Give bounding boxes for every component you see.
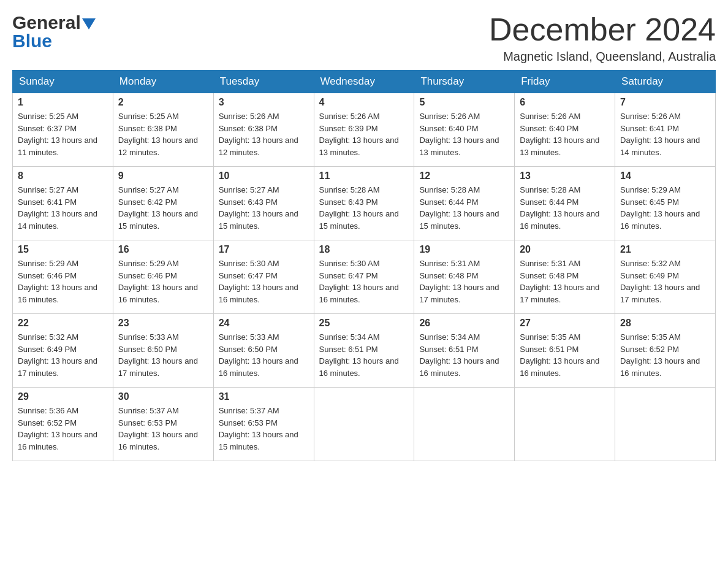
day-number: 13 [520, 170, 610, 182]
day-info: Sunrise: 5:31 AMSunset: 6:48 PMDaylight:… [419, 259, 499, 304]
day-number: 15 [18, 244, 108, 255]
day-number: 23 [118, 318, 208, 329]
day-info: Sunrise: 5:30 AMSunset: 6:47 PMDaylight:… [319, 259, 399, 304]
day-number: 28 [620, 318, 710, 329]
calendar-day-cell: 4 Sunrise: 5:26 AMSunset: 6:39 PMDayligh… [314, 93, 414, 167]
day-info: Sunrise: 5:27 AMSunset: 6:41 PMDaylight:… [18, 185, 97, 231]
day-info: Sunrise: 5:33 AMSunset: 6:50 PMDaylight:… [118, 332, 198, 378]
calendar-week-row: 8 Sunrise: 5:27 AMSunset: 6:41 PMDayligh… [13, 167, 716, 240]
logo-blue-text: Blue [12, 31, 52, 52]
day-number: 7 [620, 97, 710, 108]
calendar-day-cell [615, 388, 716, 461]
day-number: 11 [319, 170, 409, 182]
calendar-day-cell: 28 Sunrise: 5:35 AMSunset: 6:52 PMDaylig… [615, 314, 716, 388]
day-number: 18 [319, 244, 409, 255]
calendar-day-cell: 30 Sunrise: 5:37 AMSunset: 6:53 PMDaylig… [113, 388, 213, 461]
calendar-day-cell: 29 Sunrise: 5:36 AMSunset: 6:52 PMDaylig… [13, 388, 113, 461]
calendar-day-cell [314, 388, 414, 461]
day-info: Sunrise: 5:28 AMSunset: 6:44 PMDaylight:… [520, 185, 599, 231]
header-saturday: Saturday [615, 71, 716, 93]
calendar-day-cell: 26 Sunrise: 5:34 AMSunset: 6:51 PMDaylig… [414, 314, 515, 388]
day-number: 3 [219, 97, 309, 108]
calendar-day-cell: 13 Sunrise: 5:28 AMSunset: 6:44 PMDaylig… [515, 167, 615, 240]
day-info: Sunrise: 5:35 AMSunset: 6:52 PMDaylight:… [620, 332, 700, 378]
calendar-day-cell: 3 Sunrise: 5:26 AMSunset: 6:38 PMDayligh… [213, 93, 314, 167]
day-number: 27 [520, 318, 610, 329]
location-text: Magnetic Island, Queensland, Australia [489, 50, 716, 64]
calendar-table: Sunday Monday Tuesday Wednesday Thursday… [12, 70, 716, 461]
day-number: 2 [118, 97, 208, 108]
day-number: 25 [319, 318, 409, 329]
weekday-header-row: Sunday Monday Tuesday Wednesday Thursday… [13, 71, 716, 93]
day-info: Sunrise: 5:29 AMSunset: 6:46 PMDaylight:… [118, 259, 198, 304]
day-number: 16 [118, 244, 208, 255]
day-number: 10 [219, 170, 309, 182]
logo-general-text: General [12, 12, 81, 33]
day-number: 26 [419, 318, 509, 329]
calendar-day-cell: 19 Sunrise: 5:31 AMSunset: 6:48 PMDaylig… [414, 240, 515, 314]
calendar-day-cell: 16 Sunrise: 5:29 AMSunset: 6:46 PMDaylig… [113, 240, 213, 314]
calendar-day-cell: 22 Sunrise: 5:32 AMSunset: 6:49 PMDaylig… [13, 314, 113, 388]
day-info: Sunrise: 5:29 AMSunset: 6:46 PMDaylight:… [18, 259, 97, 304]
calendar-day-cell: 14 Sunrise: 5:29 AMSunset: 6:45 PMDaylig… [615, 167, 716, 240]
day-info: Sunrise: 5:37 AMSunset: 6:53 PMDaylight:… [219, 406, 298, 451]
calendar-day-cell: 18 Sunrise: 5:30 AMSunset: 6:47 PMDaylig… [314, 240, 414, 314]
calendar-day-cell: 17 Sunrise: 5:30 AMSunset: 6:47 PMDaylig… [213, 240, 314, 314]
calendar-day-cell: 2 Sunrise: 5:25 AMSunset: 6:38 PMDayligh… [113, 93, 213, 167]
calendar-day-cell: 31 Sunrise: 5:37 AMSunset: 6:53 PMDaylig… [213, 388, 314, 461]
page-header: General Blue December 2024 Magnetic Isla… [12, 12, 716, 64]
header-tuesday: Tuesday [213, 71, 314, 93]
day-number: 5 [419, 97, 509, 108]
calendar-week-row: 22 Sunrise: 5:32 AMSunset: 6:49 PMDaylig… [13, 314, 716, 388]
day-number: 14 [620, 170, 710, 182]
header-thursday: Thursday [414, 71, 515, 93]
day-number: 19 [419, 244, 509, 255]
day-info: Sunrise: 5:26 AMSunset: 6:41 PMDaylight:… [620, 112, 700, 157]
day-info: Sunrise: 5:33 AMSunset: 6:50 PMDaylight:… [219, 332, 298, 378]
day-info: Sunrise: 5:36 AMSunset: 6:52 PMDaylight:… [18, 406, 97, 451]
day-number: 30 [118, 391, 208, 402]
day-number: 20 [520, 244, 610, 255]
header-wednesday: Wednesday [314, 71, 414, 93]
day-info: Sunrise: 5:26 AMSunset: 6:40 PMDaylight:… [520, 112, 599, 157]
day-info: Sunrise: 5:32 AMSunset: 6:49 PMDaylight:… [18, 332, 97, 378]
calendar-day-cell: 7 Sunrise: 5:26 AMSunset: 6:41 PMDayligh… [615, 93, 716, 167]
calendar-day-cell: 12 Sunrise: 5:28 AMSunset: 6:44 PMDaylig… [414, 167, 515, 240]
calendar-week-row: 1 Sunrise: 5:25 AMSunset: 6:37 PMDayligh… [13, 93, 716, 167]
day-number: 9 [118, 170, 208, 182]
calendar-day-cell: 21 Sunrise: 5:32 AMSunset: 6:49 PMDaylig… [615, 240, 716, 314]
month-title: December 2024 [489, 12, 716, 47]
calendar-day-cell: 20 Sunrise: 5:31 AMSunset: 6:48 PMDaylig… [515, 240, 615, 314]
calendar-week-row: 29 Sunrise: 5:36 AMSunset: 6:52 PMDaylig… [13, 388, 716, 461]
header-monday: Monday [113, 71, 213, 93]
day-info: Sunrise: 5:32 AMSunset: 6:49 PMDaylight:… [620, 259, 700, 304]
calendar-day-cell: 10 Sunrise: 5:27 AMSunset: 6:43 PMDaylig… [213, 167, 314, 240]
day-number: 24 [219, 318, 309, 329]
day-number: 31 [219, 391, 309, 402]
day-info: Sunrise: 5:28 AMSunset: 6:44 PMDaylight:… [419, 185, 499, 231]
day-number: 21 [620, 244, 710, 255]
calendar-day-cell [414, 388, 515, 461]
day-info: Sunrise: 5:25 AMSunset: 6:37 PMDaylight:… [18, 112, 97, 157]
calendar-day-cell [515, 388, 615, 461]
day-number: 12 [419, 170, 509, 182]
header-friday: Friday [515, 71, 615, 93]
day-number: 4 [319, 97, 409, 108]
day-number: 29 [18, 391, 108, 402]
day-info: Sunrise: 5:37 AMSunset: 6:53 PMDaylight:… [118, 406, 198, 451]
calendar-day-cell: 27 Sunrise: 5:35 AMSunset: 6:51 PMDaylig… [515, 314, 615, 388]
header-sunday: Sunday [13, 71, 113, 93]
calendar-day-cell: 11 Sunrise: 5:28 AMSunset: 6:43 PMDaylig… [314, 167, 414, 240]
day-info: Sunrise: 5:27 AMSunset: 6:42 PMDaylight:… [118, 185, 198, 231]
calendar-day-cell: 6 Sunrise: 5:26 AMSunset: 6:40 PMDayligh… [515, 93, 615, 167]
day-number: 22 [18, 318, 108, 329]
day-number: 17 [219, 244, 309, 255]
logo: General Blue [12, 12, 96, 52]
svg-marker-0 [82, 18, 96, 29]
day-info: Sunrise: 5:34 AMSunset: 6:51 PMDaylight:… [319, 332, 399, 378]
day-info: Sunrise: 5:35 AMSunset: 6:51 PMDaylight:… [520, 332, 599, 378]
day-info: Sunrise: 5:27 AMSunset: 6:43 PMDaylight:… [219, 185, 298, 231]
calendar-day-cell: 1 Sunrise: 5:25 AMSunset: 6:37 PMDayligh… [13, 93, 113, 167]
day-info: Sunrise: 5:26 AMSunset: 6:39 PMDaylight:… [319, 112, 399, 157]
day-number: 8 [18, 170, 108, 182]
